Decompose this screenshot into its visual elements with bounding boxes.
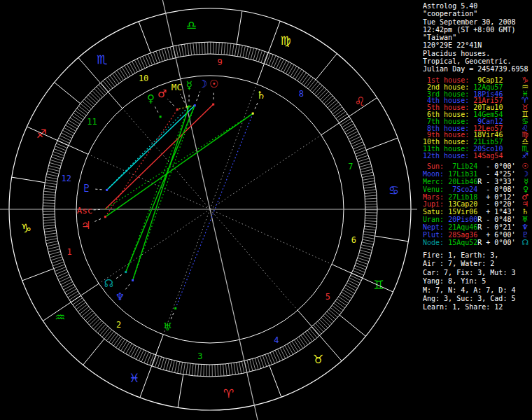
mercury-glyph-icon: ☿ xyxy=(186,79,192,92)
neptune-pointer-line xyxy=(125,284,130,290)
degree-tick xyxy=(65,286,76,292)
degree-tick xyxy=(216,42,217,54)
degree-tick xyxy=(62,282,73,288)
planet-label: Satu: xyxy=(423,208,444,216)
degree-tick xyxy=(287,344,293,355)
degree-tick xyxy=(248,47,251,58)
degree-tick xyxy=(80,307,89,314)
degree-tick xyxy=(365,192,377,194)
degree-tick xyxy=(68,291,78,298)
degree-tick xyxy=(45,233,57,235)
planet-delta: + 0°00' xyxy=(482,239,515,246)
degree-tick xyxy=(164,48,168,59)
chart-header: Astrolog 5.40"cooperation"Tue September … xyxy=(423,2,532,74)
house-number-2: 2 xyxy=(116,320,121,330)
house-cusp-spoke xyxy=(88,154,210,209)
stats-line: Fire: 1, Earth: 3, xyxy=(423,251,532,260)
uranus-position-dot xyxy=(174,307,176,309)
stats-line: Car: 7, Fix: 3, Mut: 3 xyxy=(423,269,532,277)
planet-label: Node: xyxy=(423,239,444,246)
degree-tick xyxy=(365,195,377,196)
degree-tick xyxy=(45,236,57,238)
house-value: 14Sag54 xyxy=(469,152,503,160)
degree-tick xyxy=(163,358,167,370)
degree-tick xyxy=(221,43,222,55)
degree-tick xyxy=(167,48,170,59)
degree-tick xyxy=(314,85,322,94)
degree-tick xyxy=(274,57,279,68)
degree-tick xyxy=(122,67,128,77)
degree-tick xyxy=(252,359,255,370)
planet-value: 15Aqu52 xyxy=(444,239,477,246)
degree-tick xyxy=(50,254,61,258)
planet-label: Jupi: xyxy=(423,200,444,208)
degree-tick xyxy=(294,340,300,350)
sign-glyph-pisces: ♓ xyxy=(129,371,139,385)
sign-boundary-line xyxy=(22,269,54,281)
degree-tick xyxy=(300,73,307,83)
degree-tick xyxy=(336,111,346,118)
degree-tick xyxy=(364,229,376,230)
degree-tick xyxy=(228,363,230,375)
degree-tick xyxy=(345,126,356,132)
degree-tick xyxy=(77,108,87,115)
degree-tick xyxy=(120,69,126,78)
sign-glyph-aquarius: ♒ xyxy=(55,310,65,324)
degree-tick xyxy=(361,172,373,175)
degree-tick xyxy=(301,335,308,345)
planet-value: 20Pis00 xyxy=(444,216,477,223)
degree-tick xyxy=(61,279,71,285)
degree-tick xyxy=(84,99,93,107)
degree-tick xyxy=(178,362,180,374)
degree-tick xyxy=(279,59,284,70)
degree-tick xyxy=(342,121,352,127)
saturn-pointer-line xyxy=(255,102,258,109)
degree-tick xyxy=(310,81,318,90)
degree-tick xyxy=(136,349,141,359)
degree-tick xyxy=(69,120,78,127)
degree-tick xyxy=(46,239,57,241)
degree-tick xyxy=(312,327,319,336)
sign-glyph-virgo: ♍ xyxy=(281,34,291,48)
degree-tick xyxy=(360,167,372,169)
degree-tick xyxy=(364,187,376,188)
degree-tick xyxy=(255,358,258,370)
degree-tick xyxy=(103,80,111,90)
saturn-position-dot xyxy=(252,113,254,115)
degree-tick xyxy=(109,333,116,343)
degree-tick xyxy=(115,72,122,82)
degree-tick xyxy=(160,358,164,369)
degree-tick xyxy=(332,107,342,114)
degree-tick xyxy=(365,204,377,204)
degree-tick xyxy=(361,169,373,172)
degree-tick xyxy=(337,299,346,306)
sign-boundary-line xyxy=(178,374,183,407)
degree-tick xyxy=(290,343,296,354)
sign-boundary-line xyxy=(237,11,242,44)
house-row: 12th house: 14Sag54♐ xyxy=(423,153,532,160)
planet-delta: - 4°25' xyxy=(482,170,515,178)
degree-tick xyxy=(80,104,90,111)
degree-tick xyxy=(43,223,55,223)
aspect-line-asc-sun xyxy=(105,104,214,209)
degree-tick xyxy=(74,300,84,307)
degree-tick xyxy=(243,46,246,57)
degree-tick xyxy=(43,217,55,218)
degree-tick xyxy=(67,122,78,129)
degree-tick xyxy=(324,96,332,104)
degree-tick xyxy=(43,200,55,201)
sun-position-dot xyxy=(212,104,214,106)
house-cusp-spoke xyxy=(210,209,298,310)
aspect-line-pluto-moon xyxy=(107,106,195,190)
degree-tick xyxy=(283,346,288,357)
degree-tick xyxy=(250,360,253,371)
planet-value: 7Lib24 xyxy=(444,162,477,170)
planet-value: 21Aqu46 xyxy=(444,223,477,231)
sign-glyph-capricorn: ♑ xyxy=(21,221,31,235)
degree-tick xyxy=(111,335,118,344)
neptune-position-dot xyxy=(132,279,134,281)
degree-tick xyxy=(251,48,253,59)
degree-tick xyxy=(309,329,317,338)
house-cusp-spoke xyxy=(210,209,332,265)
stats-line: Air : 7, Water: 2 xyxy=(423,260,532,268)
